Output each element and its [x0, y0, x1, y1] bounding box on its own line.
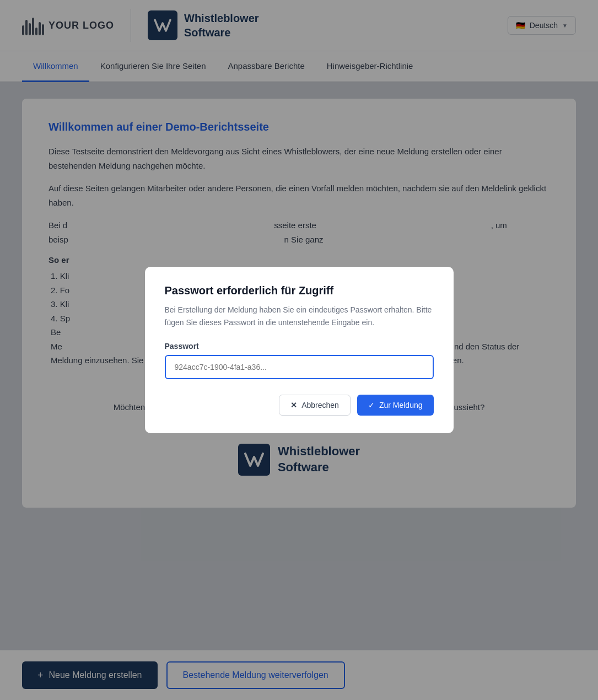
password-input[interactable] [165, 355, 434, 379]
check-icon: ✓ [368, 401, 375, 410]
password-label: Passwort [165, 342, 434, 351]
x-icon: ✕ [290, 401, 297, 410]
modal-overlay: Passwort erforderlich für Zugriff Bei Er… [0, 0, 598, 700]
confirm-button[interactable]: ✓ Zur Meldung [357, 395, 434, 416]
cancel-button[interactable]: ✕ Abbrechen [279, 395, 351, 416]
modal-description: Bei Erstellung der Meldung haben Sie ein… [165, 304, 434, 329]
modal-actions: ✕ Abbrechen ✓ Zur Meldung [165, 395, 434, 416]
modal-title: Passwort erforderlich für Zugriff [165, 284, 434, 297]
password-modal: Passwort erforderlich für Zugriff Bei Er… [145, 267, 454, 433]
